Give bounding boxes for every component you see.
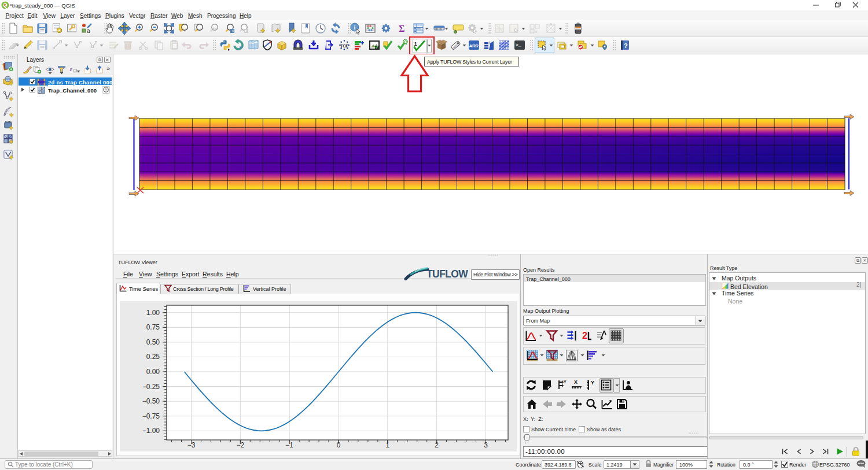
svg-text:ε: ε: [535, 28, 538, 34]
svg-text:1:1: 1:1: [213, 26, 217, 29]
svg-text:ARR: ARR: [469, 43, 479, 49]
svg-text:ε: ε: [69, 66, 72, 72]
svg-text:Y: Y: [564, 380, 567, 384]
svg-text:Q: Q: [404, 39, 407, 45]
svg-text:>_: >_: [516, 42, 521, 47]
svg-text:i: i: [354, 24, 356, 31]
svg-text:Y: Y: [591, 380, 594, 386]
svg-text:2: 2: [582, 331, 587, 341]
svg-text:Σ: Σ: [399, 24, 404, 34]
svg-text:X: X: [574, 379, 578, 385]
svg-text:TUFLOW: TUFLOW: [426, 268, 468, 280]
svg-text:?: ?: [624, 42, 628, 49]
svg-text:a: a: [87, 28, 90, 34]
